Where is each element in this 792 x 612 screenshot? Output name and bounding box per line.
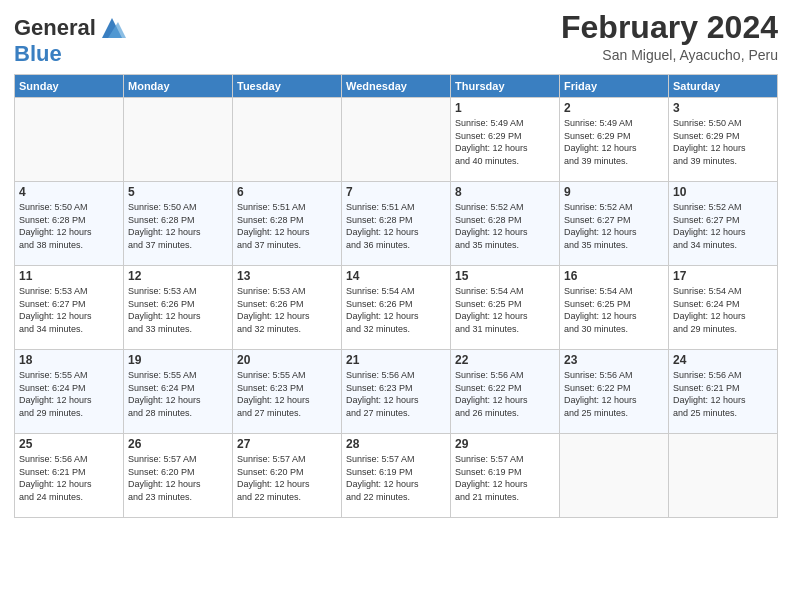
day-info: Sunrise: 5:54 AM Sunset: 6:25 PM Dayligh… [564, 285, 664, 335]
day-info: Sunrise: 5:57 AM Sunset: 6:20 PM Dayligh… [237, 453, 337, 503]
day-info: Sunrise: 5:57 AM Sunset: 6:19 PM Dayligh… [455, 453, 555, 503]
calendar-cell: 12Sunrise: 5:53 AM Sunset: 6:26 PM Dayli… [124, 266, 233, 350]
day-info: Sunrise: 5:57 AM Sunset: 6:20 PM Dayligh… [128, 453, 228, 503]
day-number: 13 [237, 269, 337, 283]
day-info: Sunrise: 5:56 AM Sunset: 6:21 PM Dayligh… [19, 453, 119, 503]
calendar-body: 1Sunrise: 5:49 AM Sunset: 6:29 PM Daylig… [15, 98, 778, 518]
calendar-week-1: 1Sunrise: 5:49 AM Sunset: 6:29 PM Daylig… [15, 98, 778, 182]
day-number: 21 [346, 353, 446, 367]
calendar-cell: 27Sunrise: 5:57 AM Sunset: 6:20 PM Dayli… [233, 434, 342, 518]
calendar-cell: 16Sunrise: 5:54 AM Sunset: 6:25 PM Dayli… [560, 266, 669, 350]
calendar-cell: 29Sunrise: 5:57 AM Sunset: 6:19 PM Dayli… [451, 434, 560, 518]
location-subtitle: San Miguel, Ayacucho, Peru [561, 47, 778, 63]
day-number: 19 [128, 353, 228, 367]
calendar-cell: 22Sunrise: 5:56 AM Sunset: 6:22 PM Dayli… [451, 350, 560, 434]
day-number: 29 [455, 437, 555, 451]
calendar-cell [669, 434, 778, 518]
calendar-cell: 1Sunrise: 5:49 AM Sunset: 6:29 PM Daylig… [451, 98, 560, 182]
day-info: Sunrise: 5:53 AM Sunset: 6:26 PM Dayligh… [237, 285, 337, 335]
logo: General Blue [14, 14, 126, 66]
calendar-cell: 19Sunrise: 5:55 AM Sunset: 6:24 PM Dayli… [124, 350, 233, 434]
day-number: 15 [455, 269, 555, 283]
calendar-cell [342, 98, 451, 182]
day-number: 3 [673, 101, 773, 115]
calendar-cell: 5Sunrise: 5:50 AM Sunset: 6:28 PM Daylig… [124, 182, 233, 266]
calendar-cell: 7Sunrise: 5:51 AM Sunset: 6:28 PM Daylig… [342, 182, 451, 266]
day-number: 8 [455, 185, 555, 199]
calendar-cell: 28Sunrise: 5:57 AM Sunset: 6:19 PM Dayli… [342, 434, 451, 518]
page-container: General Blue February 2024 San Miguel, A… [0, 0, 792, 526]
day-info: Sunrise: 5:50 AM Sunset: 6:28 PM Dayligh… [19, 201, 119, 251]
day-number: 23 [564, 353, 664, 367]
day-number: 25 [19, 437, 119, 451]
day-number: 1 [455, 101, 555, 115]
calendar-week-3: 11Sunrise: 5:53 AM Sunset: 6:27 PM Dayli… [15, 266, 778, 350]
day-info: Sunrise: 5:50 AM Sunset: 6:29 PM Dayligh… [673, 117, 773, 167]
day-number: 7 [346, 185, 446, 199]
day-number: 9 [564, 185, 664, 199]
day-info: Sunrise: 5:51 AM Sunset: 6:28 PM Dayligh… [346, 201, 446, 251]
day-info: Sunrise: 5:54 AM Sunset: 6:25 PM Dayligh… [455, 285, 555, 335]
day-number: 12 [128, 269, 228, 283]
day-number: 16 [564, 269, 664, 283]
day-info: Sunrise: 5:53 AM Sunset: 6:27 PM Dayligh… [19, 285, 119, 335]
calendar-cell: 6Sunrise: 5:51 AM Sunset: 6:28 PM Daylig… [233, 182, 342, 266]
logo-text-blue: Blue [14, 41, 62, 66]
day-info: Sunrise: 5:55 AM Sunset: 6:24 PM Dayligh… [128, 369, 228, 419]
calendar-cell: 11Sunrise: 5:53 AM Sunset: 6:27 PM Dayli… [15, 266, 124, 350]
logo-icon [98, 14, 126, 42]
calendar-header-wednesday: Wednesday [342, 75, 451, 98]
calendar-cell: 2Sunrise: 5:49 AM Sunset: 6:29 PM Daylig… [560, 98, 669, 182]
calendar-cell: 26Sunrise: 5:57 AM Sunset: 6:20 PM Dayli… [124, 434, 233, 518]
day-info: Sunrise: 5:54 AM Sunset: 6:24 PM Dayligh… [673, 285, 773, 335]
calendar-cell: 25Sunrise: 5:56 AM Sunset: 6:21 PM Dayli… [15, 434, 124, 518]
day-number: 26 [128, 437, 228, 451]
day-info: Sunrise: 5:50 AM Sunset: 6:28 PM Dayligh… [128, 201, 228, 251]
calendar-cell: 21Sunrise: 5:56 AM Sunset: 6:23 PM Dayli… [342, 350, 451, 434]
calendar-cell: 9Sunrise: 5:52 AM Sunset: 6:27 PM Daylig… [560, 182, 669, 266]
day-info: Sunrise: 5:55 AM Sunset: 6:23 PM Dayligh… [237, 369, 337, 419]
calendar-cell: 23Sunrise: 5:56 AM Sunset: 6:22 PM Dayli… [560, 350, 669, 434]
day-info: Sunrise: 5:53 AM Sunset: 6:26 PM Dayligh… [128, 285, 228, 335]
calendar-cell: 14Sunrise: 5:54 AM Sunset: 6:26 PM Dayli… [342, 266, 451, 350]
calendar-week-5: 25Sunrise: 5:56 AM Sunset: 6:21 PM Dayli… [15, 434, 778, 518]
calendar-header-thursday: Thursday [451, 75, 560, 98]
calendar-cell: 4Sunrise: 5:50 AM Sunset: 6:28 PM Daylig… [15, 182, 124, 266]
calendar-header-row: SundayMondayTuesdayWednesdayThursdayFrid… [15, 75, 778, 98]
calendar-cell [15, 98, 124, 182]
day-info: Sunrise: 5:56 AM Sunset: 6:22 PM Dayligh… [455, 369, 555, 419]
header-area: General Blue February 2024 San Miguel, A… [14, 10, 778, 66]
day-info: Sunrise: 5:52 AM Sunset: 6:28 PM Dayligh… [455, 201, 555, 251]
calendar-header-sunday: Sunday [15, 75, 124, 98]
day-number: 28 [346, 437, 446, 451]
calendar-header-saturday: Saturday [669, 75, 778, 98]
day-info: Sunrise: 5:52 AM Sunset: 6:27 PM Dayligh… [673, 201, 773, 251]
day-info: Sunrise: 5:54 AM Sunset: 6:26 PM Dayligh… [346, 285, 446, 335]
calendar-cell: 3Sunrise: 5:50 AM Sunset: 6:29 PM Daylig… [669, 98, 778, 182]
calendar-week-2: 4Sunrise: 5:50 AM Sunset: 6:28 PM Daylig… [15, 182, 778, 266]
calendar-cell: 10Sunrise: 5:52 AM Sunset: 6:27 PM Dayli… [669, 182, 778, 266]
calendar-cell [124, 98, 233, 182]
day-number: 27 [237, 437, 337, 451]
day-number: 2 [564, 101, 664, 115]
calendar-cell [233, 98, 342, 182]
day-info: Sunrise: 5:56 AM Sunset: 6:22 PM Dayligh… [564, 369, 664, 419]
day-number: 10 [673, 185, 773, 199]
day-number: 24 [673, 353, 773, 367]
day-number: 14 [346, 269, 446, 283]
day-number: 6 [237, 185, 337, 199]
day-number: 11 [19, 269, 119, 283]
calendar-cell: 24Sunrise: 5:56 AM Sunset: 6:21 PM Dayli… [669, 350, 778, 434]
day-info: Sunrise: 5:56 AM Sunset: 6:21 PM Dayligh… [673, 369, 773, 419]
month-title: February 2024 [561, 10, 778, 45]
calendar-cell: 20Sunrise: 5:55 AM Sunset: 6:23 PM Dayli… [233, 350, 342, 434]
calendar-header-monday: Monday [124, 75, 233, 98]
calendar-cell: 15Sunrise: 5:54 AM Sunset: 6:25 PM Dayli… [451, 266, 560, 350]
day-info: Sunrise: 5:49 AM Sunset: 6:29 PM Dayligh… [455, 117, 555, 167]
calendar-table: SundayMondayTuesdayWednesdayThursdayFrid… [14, 74, 778, 518]
calendar-cell: 17Sunrise: 5:54 AM Sunset: 6:24 PM Dayli… [669, 266, 778, 350]
calendar-cell: 18Sunrise: 5:55 AM Sunset: 6:24 PM Dayli… [15, 350, 124, 434]
calendar-header-friday: Friday [560, 75, 669, 98]
calendar-header-tuesday: Tuesday [233, 75, 342, 98]
day-info: Sunrise: 5:52 AM Sunset: 6:27 PM Dayligh… [564, 201, 664, 251]
